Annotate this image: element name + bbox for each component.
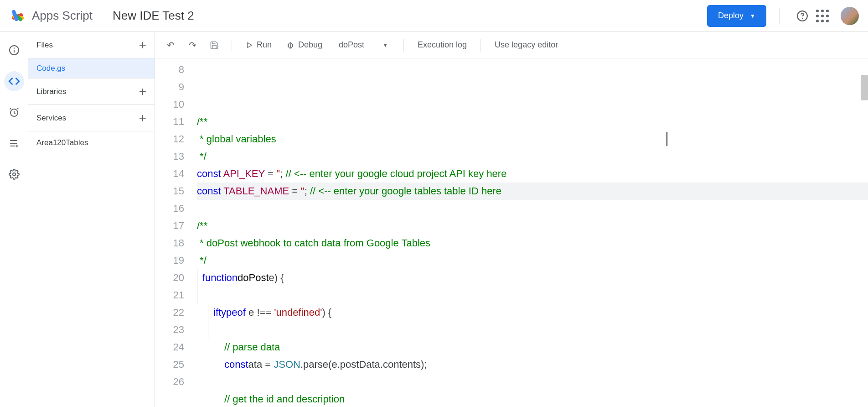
rail-executions[interactable] <box>4 133 24 153</box>
undo-icon: ↶ <box>167 40 175 51</box>
svg-line-17 <box>288 44 289 45</box>
code-line[interactable]: iftypeof e !== 'undefined') { <box>197 304 868 321</box>
account-avatar[interactable] <box>841 7 859 25</box>
code-line[interactable]: // get the id and description <box>197 391 868 407</box>
clock-icon <box>9 107 20 118</box>
help-button[interactable] <box>792 6 812 26</box>
editor-toolbar: ↶ ↷ Run Debug doPost ▼ Execution log Use… <box>155 32 868 58</box>
code-editor[interactable]: 891011121314151617181920212223242526 /**… <box>155 58 868 407</box>
legacy-editor-button[interactable]: Use legacy editor <box>489 36 563 54</box>
gear-icon <box>9 169 20 180</box>
code-line[interactable]: /** <box>197 217 868 235</box>
svg-marker-14 <box>248 42 252 47</box>
divider <box>480 39 481 52</box>
project-name[interactable]: New IDE Test 2 <box>113 9 194 23</box>
code-line[interactable]: */ <box>197 252 868 269</box>
code-line[interactable] <box>197 200 868 217</box>
save-icon <box>210 41 219 50</box>
code-line[interactable]: * global variables <box>197 130 868 148</box>
topbar: Apps Script New IDE Test 2 Deploy ▼ <box>0 0 868 32</box>
info-icon <box>9 45 20 56</box>
code-icon <box>8 75 20 87</box>
sidebar: Files + Code.gs Libraries + Services + A… <box>28 32 155 407</box>
brand-name: Apps Script <box>32 9 93 23</box>
debug-label: Debug <box>298 40 322 50</box>
add-library-button[interactable]: + <box>139 85 146 98</box>
code-line[interactable]: * doPost webhook to catch data from Goog… <box>197 235 868 252</box>
code-line[interactable] <box>197 373 868 391</box>
apps-menu-button[interactable] <box>812 6 832 26</box>
debug-button[interactable]: Debug <box>281 36 328 54</box>
rail-settings[interactable] <box>4 164 24 184</box>
apps-grid-icon <box>816 10 829 22</box>
divider <box>779 8 780 24</box>
code-line[interactable]: constata = JSON.parse(e.postData.content… <box>197 356 868 373</box>
rail-triggers[interactable] <box>4 102 24 122</box>
help-icon <box>796 10 808 22</box>
rail-overview[interactable] <box>4 40 24 60</box>
chevron-down-icon: ▼ <box>382 42 388 48</box>
left-rail <box>0 32 28 407</box>
code-line[interactable] <box>197 287 868 304</box>
svg-line-18 <box>292 44 293 45</box>
chevron-down-icon: ▼ <box>750 13 755 19</box>
code-line[interactable] <box>197 321 868 339</box>
undo-button[interactable]: ↶ <box>161 36 180 54</box>
run-button[interactable]: Run <box>240 36 277 54</box>
main: ↶ ↷ Run Debug doPost ▼ Execution log Use… <box>155 32 868 407</box>
code-area[interactable]: /** * global variables */const API_KEY =… <box>192 58 868 407</box>
services-label: Services <box>36 114 66 123</box>
divider <box>403 39 404 52</box>
code-line[interactable]: const TABLE_NAME = ''; // <-- enter your… <box>197 183 868 200</box>
services-header: Services + <box>28 105 155 131</box>
libraries-label: Libraries <box>36 87 66 96</box>
file-item[interactable]: Code.gs <box>28 58 155 78</box>
redo-icon: ↷ <box>189 40 196 51</box>
code-line[interactable]: const API_KEY = ''; // <-- enter your go… <box>197 165 868 183</box>
svg-point-8 <box>13 47 14 48</box>
execution-log-button[interactable]: Execution log <box>412 36 472 54</box>
function-selector[interactable]: doPost ▼ <box>331 40 395 50</box>
rail-editor[interactable] <box>4 71 24 91</box>
deploy-label: Deploy <box>718 11 744 21</box>
scrollbar-thumb[interactable] <box>861 75 868 100</box>
apps-script-logo <box>9 7 26 25</box>
divider <box>232 39 232 52</box>
code-line[interactable]: // parse data <box>197 339 868 356</box>
service-item[interactable]: Area120Tables <box>28 131 155 154</box>
bug-icon <box>286 41 294 49</box>
files-header: Files + <box>28 32 155 58</box>
files-label: Files <box>36 41 53 50</box>
deploy-button[interactable]: Deploy ▼ <box>707 5 766 27</box>
line-gutter: 891011121314151617181920212223242526 <box>155 58 192 407</box>
code-line[interactable]: /** <box>197 113 868 130</box>
svg-line-20 <box>292 46 293 47</box>
code-line[interactable]: functiondoPoste) { <box>197 269 868 287</box>
run-label: Run <box>257 40 272 50</box>
svg-point-5 <box>802 18 803 19</box>
add-service-button[interactable]: + <box>139 112 146 125</box>
add-file-button[interactable]: + <box>139 39 146 52</box>
libraries-header: Libraries + <box>28 78 155 105</box>
play-icon <box>246 42 253 49</box>
svg-point-13 <box>13 173 16 176</box>
save-button[interactable] <box>205 36 223 54</box>
function-name: doPost <box>339 40 364 50</box>
redo-button[interactable]: ↷ <box>183 36 202 54</box>
executions-icon <box>9 138 20 149</box>
text-caret <box>666 132 667 146</box>
code-line[interactable]: */ <box>197 148 868 165</box>
svg-line-19 <box>288 46 289 47</box>
